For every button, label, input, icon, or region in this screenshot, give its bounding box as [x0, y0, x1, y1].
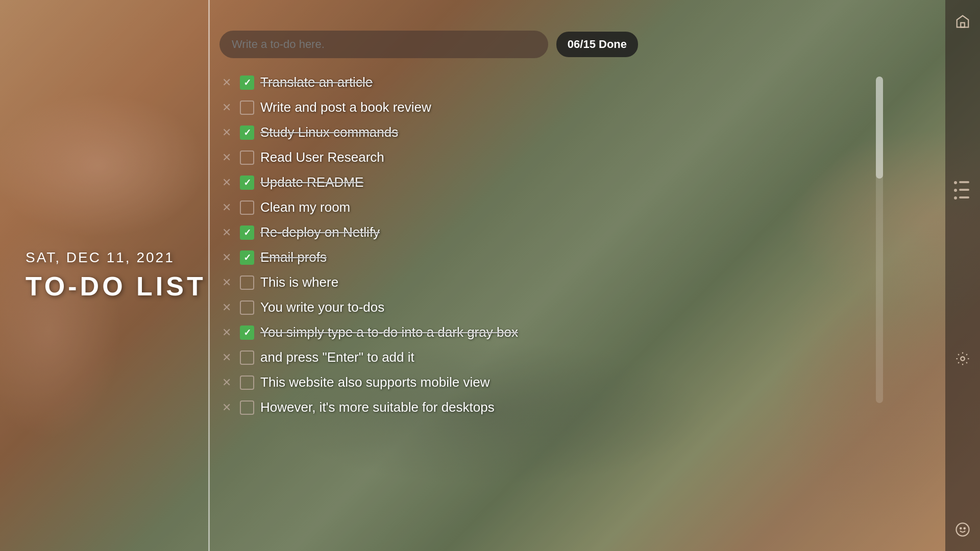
todo-text: Update README [260, 174, 363, 190]
page-title: TO-DO LIST [26, 271, 206, 302]
input-row: 06/15 Done [219, 31, 638, 58]
todo-text: and press "Enter" to add it [260, 349, 414, 365]
todo-list: ✕Translate an article✕Write and post a b… [219, 70, 638, 419]
todo-item: ✕Email profs [219, 245, 638, 269]
todo-panel: 06/15 Done ✕Translate an article✕Write a… [219, 31, 638, 419]
todo-checkbox[interactable] [240, 176, 254, 190]
vertical-divider [208, 0, 210, 551]
todo-item: ✕This website also supports mobile view [219, 370, 638, 394]
todo-text: You write your to-dos [260, 299, 384, 315]
todo-checkbox[interactable] [240, 76, 254, 90]
todo-text: However, it's more suitable for desktops [260, 399, 495, 415]
delete-button[interactable]: ✕ [219, 301, 234, 314]
delete-button[interactable]: ✕ [219, 201, 234, 214]
todo-text: This website also supports mobile view [260, 374, 489, 390]
todo-item: ✕You simply type a to-do into a dark gra… [219, 320, 638, 344]
date-label: SAT, DEC 11, 2021 [26, 249, 206, 266]
todo-checkbox[interactable] [240, 400, 254, 415]
todo-text: This is where [260, 274, 338, 290]
home-icon[interactable] [951, 10, 974, 33]
todo-item: ✕Study Linux commands [219, 120, 638, 144]
todo-checkbox[interactable] [240, 300, 254, 315]
todo-text: Study Linux commands [260, 124, 398, 140]
todo-checkbox[interactable] [240, 276, 254, 290]
todo-checkbox[interactable] [240, 251, 254, 265]
todo-input[interactable] [219, 31, 548, 58]
svg-point-1 [961, 357, 965, 361]
todo-text: Write and post a book review [260, 99, 431, 115]
todo-checkbox[interactable] [240, 101, 254, 115]
todo-text: Email profs [260, 249, 327, 265]
delete-button[interactable]: ✕ [219, 126, 234, 139]
done-badge: 06/15 Done [556, 32, 638, 57]
svg-point-2 [957, 523, 969, 536]
todo-text: You simply type a to-do into a dark gray… [260, 324, 518, 340]
delete-button[interactable]: ✕ [219, 276, 234, 289]
todo-text: Translate an article [260, 74, 373, 90]
todo-item: ✕Clean my room [219, 195, 638, 219]
todo-item: ✕Read User Research [219, 145, 638, 169]
settings-icon[interactable] [951, 347, 974, 370]
delete-button[interactable]: ✕ [219, 376, 234, 389]
delete-button[interactable]: ✕ [219, 151, 234, 164]
todo-text: Clean my room [260, 199, 350, 215]
scrollbar-thumb[interactable] [876, 77, 883, 179]
todo-item: ✕Translate an article [219, 70, 638, 94]
left-panel: SAT, DEC 11, 2021 TO-DO LIST [26, 249, 206, 302]
todo-item: ✕and press "Enter" to add it [219, 345, 638, 369]
todo-checkbox[interactable] [240, 201, 254, 215]
sidebar-top-group [951, 10, 974, 33]
svg-rect-0 [961, 23, 965, 28]
todo-checkbox[interactable] [240, 325, 254, 340]
sidebar-settings-group [951, 347, 974, 370]
delete-button[interactable]: ✕ [219, 401, 234, 414]
todo-checkbox[interactable] [240, 375, 254, 390]
right-sidebar [945, 0, 980, 551]
delete-button[interactable]: ✕ [219, 351, 234, 364]
todo-item: ✕Update README [219, 170, 638, 194]
emoji-icon[interactable] [951, 518, 974, 541]
scrollbar-track[interactable] [876, 77, 883, 403]
todo-item: ✕However, it's more suitable for desktop… [219, 395, 638, 419]
delete-button[interactable]: ✕ [219, 226, 234, 239]
todo-item: ✕This is where [219, 270, 638, 294]
todo-checkbox[interactable] [240, 350, 254, 365]
delete-button[interactable]: ✕ [219, 101, 234, 114]
delete-button[interactable]: ✕ [219, 76, 234, 89]
todo-item: ✕You write your to-dos [219, 295, 638, 319]
todo-checkbox[interactable] [240, 226, 254, 240]
todo-checkbox[interactable] [240, 126, 254, 140]
todo-item: ✕Re-deploy on Netlify [219, 220, 638, 244]
list-icon[interactable] [954, 181, 971, 199]
todo-item: ✕Write and post a book review [219, 95, 638, 119]
svg-point-4 [964, 528, 966, 529]
sidebar-mid-group [954, 181, 971, 199]
sidebar-bottom-group [951, 518, 974, 541]
todo-checkbox[interactable] [240, 151, 254, 165]
delete-button[interactable]: ✕ [219, 326, 234, 339]
delete-button[interactable]: ✕ [219, 251, 234, 264]
svg-point-3 [960, 528, 962, 529]
delete-button[interactable]: ✕ [219, 176, 234, 189]
todo-text: Read User Research [260, 149, 384, 165]
todo-text: Re-deploy on Netlify [260, 224, 380, 240]
